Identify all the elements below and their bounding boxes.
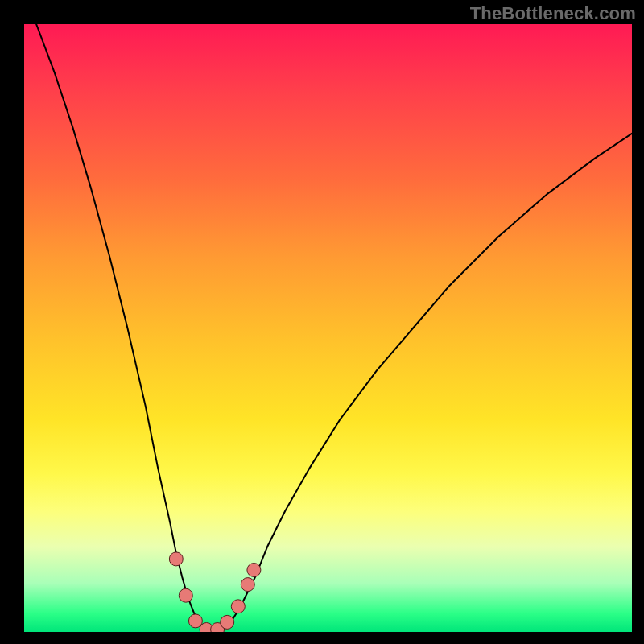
chart-frame: TheBottleneck.com xyxy=(0,0,644,644)
chart-plot-area xyxy=(24,24,632,632)
curve-marker xyxy=(247,564,261,577)
curve-marker xyxy=(169,552,183,566)
curve-marker xyxy=(241,578,254,592)
curve-marker xyxy=(179,588,192,602)
curve-marker xyxy=(221,615,234,629)
watermark-text: TheBottleneck.com xyxy=(470,3,636,24)
bottleneck-curve xyxy=(36,24,632,631)
curve-marker xyxy=(231,600,245,613)
chart-svg xyxy=(24,24,632,632)
